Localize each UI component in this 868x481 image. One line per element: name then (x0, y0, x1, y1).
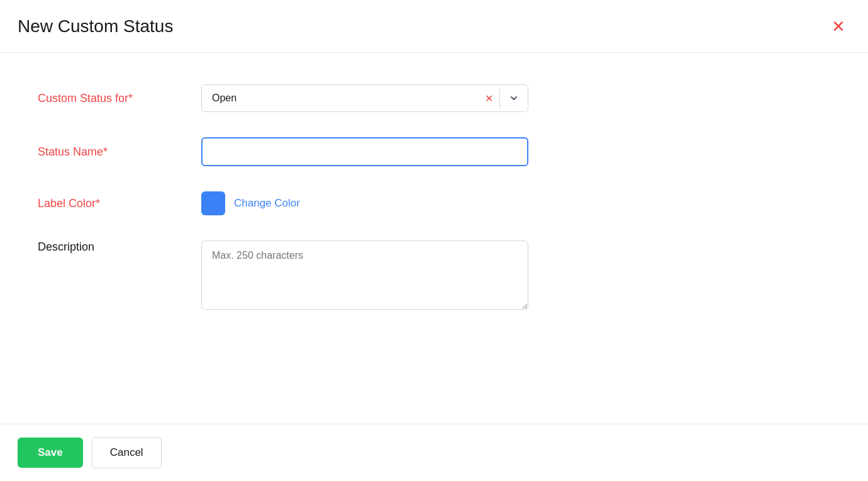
description-textarea[interactable] (201, 241, 528, 310)
dialog-header: New Custom Status ✕ (0, 0, 868, 53)
label-color-control: Change Color (201, 191, 528, 215)
custom-status-for-control: Open ✕ (201, 84, 528, 112)
custom-status-for-value: Open (202, 85, 479, 111)
new-custom-status-dialog: New Custom Status ✕ Custom Status for* O… (0, 0, 868, 481)
custom-status-for-label: Custom Status for* (38, 92, 176, 105)
status-name-control (201, 137, 528, 166)
select-arrow-button[interactable] (500, 88, 528, 108)
custom-status-for-select[interactable]: Open ✕ (201, 84, 528, 112)
dialog-body: Custom Status for* Open ✕ Status Name* (0, 53, 868, 424)
status-name-row: Status Name* (38, 137, 830, 166)
dialog-footer: Save Cancel (0, 424, 868, 481)
color-row: Change Color (201, 191, 528, 215)
color-swatch[interactable] (201, 191, 225, 215)
select-clear-button[interactable]: ✕ (479, 88, 499, 110)
status-name-label: Status Name* (38, 145, 176, 159)
description-label: Description (38, 241, 176, 254)
cancel-button[interactable]: Cancel (92, 437, 162, 468)
close-button[interactable]: ✕ (826, 16, 850, 37)
save-button[interactable]: Save (18, 438, 83, 468)
label-color-row: Label Color* Change Color (38, 191, 830, 215)
change-color-button[interactable]: Change Color (234, 197, 300, 210)
custom-status-for-row: Custom Status for* Open ✕ (38, 84, 830, 112)
status-name-input[interactable] (201, 137, 528, 166)
dialog-title: New Custom Status (18, 16, 173, 37)
description-row: Description (38, 241, 830, 312)
description-control (201, 241, 528, 312)
label-color-label: Label Color* (38, 197, 176, 210)
